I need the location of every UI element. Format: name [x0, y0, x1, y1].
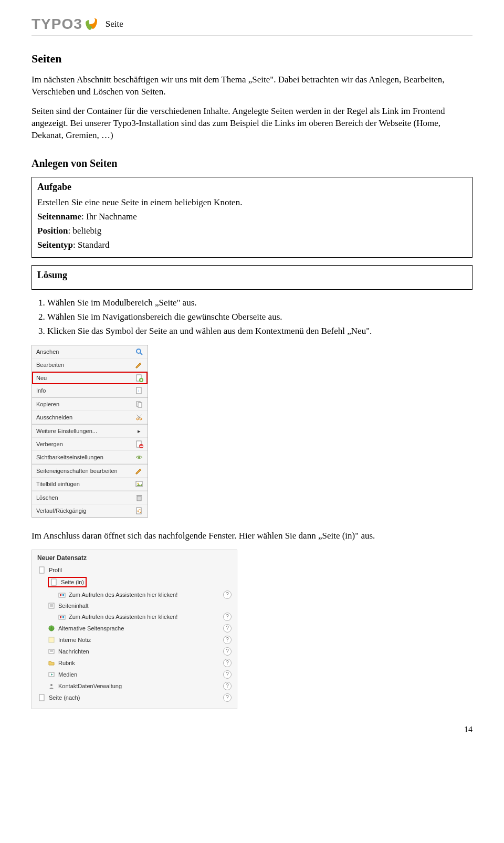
help-icon[interactable]: ? — [223, 682, 232, 690]
typo3-logo-icon — [85, 17, 98, 31]
new-record-tree: Profil Seite (in) Zum Aufrufen des Assis… — [37, 565, 232, 703]
tree-item-rubrik[interactable]: Rubrik ? — [37, 657, 232, 669]
aufgabe-title: Aufgabe — [37, 182, 467, 193]
tree-item-kontakt[interactable]: KontaktDatenVerwaltung ? — [37, 680, 232, 692]
wizard-icon — [58, 613, 66, 620]
loesung-box: Lösung — [32, 265, 472, 290]
svg-rect-23 — [62, 594, 64, 596]
tree-item-profil[interactable]: Profil — [37, 565, 232, 575]
step-2: Wählen Sie im Navigationsbereich die gew… — [47, 311, 472, 323]
new-record-panel: Neuer Datensatz Profil Seite (in) Zum Au… — [32, 550, 237, 709]
section-title: Seiten — [32, 52, 472, 66]
loesung-title: Lösung — [37, 270, 467, 281]
new-record-title: Neuer Datensatz — [37, 554, 232, 562]
aufgabe-line3: Position: beliebig — [37, 225, 467, 237]
svg-text:i: i — [139, 388, 140, 393]
svg-rect-17 — [136, 495, 142, 496]
subheading-anlegen: Anlegen von Seiten — [32, 157, 472, 170]
ctx-item-info[interactable]: Info i — [32, 384, 148, 397]
intro-paragraph-1: Im nächsten Abschnitt beschäftigen wir u… — [32, 74, 472, 98]
ctx-item-neu[interactable]: Neu — [32, 372, 148, 384]
page-icon — [50, 578, 58, 586]
tree-item-seite-in[interactable]: Seite (in) — [37, 575, 232, 589]
page-icon — [38, 694, 46, 701]
help-icon[interactable]: ? — [223, 613, 232, 621]
tree-item-seite-nach[interactable]: Seite (nach) ? — [37, 692, 232, 703]
svg-rect-20 — [51, 579, 56, 585]
pencil-icon — [135, 361, 143, 369]
help-icon[interactable]: ? — [223, 636, 232, 644]
header-page-label: Seite — [106, 19, 123, 29]
tree-item-interne-notiz[interactable]: Interne Notiz ? — [37, 634, 232, 646]
hide-icon — [135, 440, 143, 448]
image-icon — [135, 480, 143, 488]
chevron-right-icon: ▸ — [135, 427, 143, 435]
note-icon — [48, 636, 55, 644]
language-icon — [48, 625, 55, 632]
media-icon — [48, 671, 55, 678]
aufgabe-line4: Seitentyp: Standard — [37, 239, 467, 251]
context-menu: Ansehen Bearbeiten Neu Info i Kopieren A… — [32, 345, 148, 518]
help-icon[interactable]: ? — [223, 693, 232, 702]
trash-icon — [135, 493, 143, 502]
tree-item-wizard-2[interactable]: Zum Aufrufen des Assistenten hier klicke… — [37, 611, 232, 623]
ctx-item-titelbild[interactable]: Titelbild einfügen — [32, 478, 148, 491]
intro-paragraph-2: Seiten sind der Container für die versch… — [32, 106, 472, 142]
help-icon[interactable]: ? — [223, 624, 232, 633]
history-icon — [135, 507, 143, 515]
ctx-item-loeschen[interactable]: Löschen — [32, 491, 148, 504]
step-1: Wählen Sie im Modulbereich „Seite" aus. — [47, 297, 472, 309]
news-icon — [48, 648, 55, 655]
svg-rect-16 — [137, 496, 141, 501]
ctx-item-weitere[interactable]: Weitere Einstellungen... ▸ — [32, 425, 148, 438]
magnifier-icon — [135, 347, 143, 356]
page-icon — [38, 566, 46, 574]
ctx-item-bearbeiten[interactable]: Bearbeiten — [32, 359, 148, 372]
contact-icon — [48, 682, 55, 690]
tree-item-nachrichten[interactable]: Nachrichten ? — [37, 646, 232, 657]
svg-rect-18 — [136, 508, 141, 514]
svg-point-37 — [50, 684, 52, 686]
page-header: TYPO3 Seite — [32, 16, 472, 36]
svg-rect-38 — [39, 694, 44, 701]
ctx-item-ausschneiden[interactable]: Ausschneiden — [32, 411, 148, 424]
aufgabe-line2: Seitenname: Ihr Nachname — [37, 211, 467, 223]
svg-rect-30 — [62, 616, 64, 618]
pencil-icon — [135, 467, 143, 475]
aufgabe-line1: Erstellen Sie eine neue Seite in einem b… — [37, 197, 467, 209]
help-icon[interactable]: ? — [223, 591, 232, 599]
svg-rect-7 — [138, 403, 142, 407]
step-3: Klicken Sie das Symbol der Seite an und … — [47, 325, 472, 338]
scissors-icon — [135, 413, 143, 422]
visibility-icon — [135, 453, 143, 461]
help-icon[interactable]: ? — [223, 670, 232, 679]
ctx-item-ansehen[interactable]: Ansehen — [32, 345, 148, 359]
svg-point-13 — [138, 456, 140, 458]
after-menu-text: Im Anschluss daran öffnet sich das nachf… — [32, 530, 472, 542]
svg-rect-22 — [60, 594, 61, 596]
svg-line-1 — [140, 353, 142, 355]
aufgabe-box: Aufgabe Erstellen Sie eine neue Seite in… — [32, 177, 472, 258]
ctx-item-verbergen[interactable]: Verbergen — [32, 438, 148, 451]
copy-icon — [135, 400, 143, 408]
svg-rect-29 — [60, 616, 61, 618]
tree-item-seiteninhalt[interactable]: Seiteninhalt — [37, 600, 232, 611]
ctx-item-verlauf[interactable]: Verlauf/Rückgängig — [32, 504, 148, 517]
page-new-icon — [135, 374, 143, 382]
ctx-item-seiteneigenschaften[interactable]: Seiteneigenschaften bearbeiten — [32, 465, 148, 478]
svg-rect-28 — [59, 615, 65, 619]
wizard-icon — [58, 591, 66, 598]
help-icon[interactable]: ? — [223, 647, 232, 656]
ctx-item-kopieren[interactable]: Kopieren — [32, 398, 148, 411]
svg-rect-32 — [49, 637, 54, 642]
svg-rect-12 — [140, 446, 143, 447]
ctx-item-sichtbarkeit[interactable]: Sichtbarkeitseinstellungen — [32, 451, 148, 464]
page-number: 14 — [32, 725, 472, 734]
svg-point-0 — [136, 349, 141, 353]
help-icon[interactable]: ? — [223, 659, 232, 667]
tree-item-medien[interactable]: Medien ? — [37, 669, 232, 680]
info-icon: i — [135, 386, 143, 395]
svg-rect-21 — [59, 593, 65, 597]
tree-item-wizard-1[interactable]: Zum Aufrufen des Assistenten hier klicke… — [37, 589, 232, 600]
tree-item-altsprache[interactable]: Alternative Seitensprache ? — [37, 623, 232, 634]
